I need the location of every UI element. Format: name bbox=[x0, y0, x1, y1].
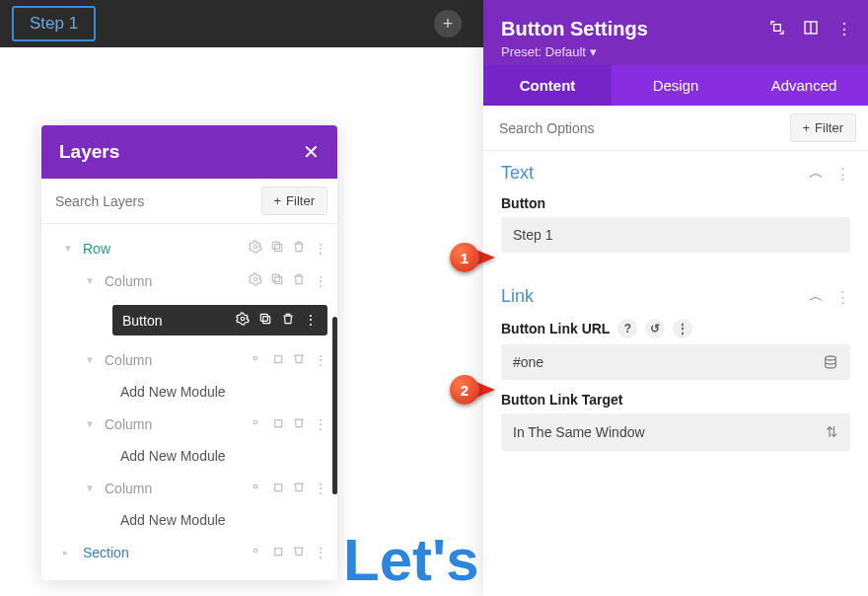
section-title: Text bbox=[501, 163, 534, 184]
filter-label: Filter bbox=[286, 193, 315, 208]
gear-icon[interactable] bbox=[249, 351, 262, 368]
layers-search-input[interactable] bbox=[51, 187, 261, 215]
duplicate-icon[interactable] bbox=[270, 415, 284, 432]
more-icon[interactable]: ⋮ bbox=[314, 352, 327, 368]
settings-title: Button Settings bbox=[501, 18, 648, 40]
gear-icon[interactable] bbox=[249, 415, 262, 432]
svg-rect-1 bbox=[275, 245, 282, 252]
layer-label: Column bbox=[105, 416, 243, 432]
chevron-down-icon[interactable]: ▼ bbox=[85, 275, 99, 286]
more-icon[interactable]: ⋮ bbox=[314, 273, 327, 289]
dynamic-content-icon[interactable] bbox=[823, 354, 838, 370]
annotation-marker-1: 1 bbox=[450, 241, 499, 274]
more-icon[interactable]: ⋮ bbox=[314, 416, 327, 432]
help-icon[interactable]: ? bbox=[617, 319, 637, 338]
chevron-down-icon[interactable]: ▼ bbox=[63, 243, 77, 254]
more-icon[interactable]: ⋮ bbox=[304, 312, 318, 329]
more-icon[interactable]: ⋮ bbox=[314, 481, 327, 496]
chevron-down-icon[interactable]: ▼ bbox=[85, 418, 99, 429]
trash-icon[interactable] bbox=[292, 480, 306, 496]
svg-point-0 bbox=[253, 245, 257, 249]
more-icon[interactable]: ⋮ bbox=[314, 241, 327, 257]
svg-rect-17 bbox=[774, 25, 781, 32]
gear-icon[interactable] bbox=[249, 272, 262, 289]
tab-content[interactable]: Content bbox=[483, 65, 612, 106]
button-text-input[interactable]: Step 1 bbox=[501, 217, 850, 253]
duplicate-icon[interactable] bbox=[258, 312, 272, 329]
plus-icon: + bbox=[803, 120, 811, 135]
more-icon[interactable]: ⋮ bbox=[836, 20, 852, 38]
layer-row-column[interactable]: ▼ Column ⋮ bbox=[41, 343, 337, 376]
link-target-select[interactable]: In The Same Window ⇅ bbox=[501, 413, 850, 451]
settings-header: Button Settings ⋮ Preset: Default ▾ bbox=[483, 0, 868, 65]
svg-point-6 bbox=[241, 317, 245, 321]
trash-icon[interactable] bbox=[292, 272, 306, 289]
layer-row-row[interactable]: ▼ Row ⋮ bbox=[41, 232, 337, 264]
row-actions: ⋮ bbox=[249, 240, 327, 257]
settings-search-bar: + Filter bbox=[483, 106, 868, 151]
layout-icon[interactable] bbox=[803, 20, 819, 38]
link-url-input[interactable]: #one bbox=[501, 344, 850, 380]
add-module-row[interactable]: Add New Module bbox=[41, 504, 337, 536]
trash-icon[interactable] bbox=[292, 544, 306, 560]
svg-rect-14 bbox=[275, 484, 282, 491]
expand-icon[interactable] bbox=[769, 20, 785, 38]
svg-point-15 bbox=[253, 549, 257, 553]
duplicate-icon[interactable] bbox=[270, 480, 284, 496]
more-icon[interactable]: ⋮ bbox=[673, 319, 692, 338]
svg-point-20 bbox=[826, 356, 836, 360]
duplicate-icon[interactable] bbox=[270, 240, 284, 257]
chevron-down-icon[interactable]: ▼ bbox=[85, 354, 99, 365]
trash-icon[interactable] bbox=[292, 351, 306, 368]
svg-point-3 bbox=[253, 277, 257, 281]
duplicate-icon[interactable] bbox=[270, 351, 284, 368]
svg-point-9 bbox=[253, 356, 257, 360]
more-icon[interactable]: ⋮ bbox=[314, 545, 327, 560]
chevron-right-icon[interactable]: ▸ bbox=[63, 547, 77, 558]
tab-design[interactable]: Design bbox=[612, 65, 740, 106]
layer-row-button[interactable]: Button ⋮ bbox=[41, 297, 337, 343]
section-link-head[interactable]: Link ︿⋮ bbox=[483, 274, 868, 311]
preset-label[interactable]: Preset: Default ▾ bbox=[501, 44, 852, 59]
settings-search-input[interactable] bbox=[495, 114, 790, 142]
gear-icon[interactable] bbox=[236, 312, 250, 329]
trash-icon[interactable] bbox=[292, 415, 306, 432]
more-icon[interactable]: ⋮ bbox=[835, 165, 850, 183]
duplicate-icon[interactable] bbox=[270, 272, 284, 289]
add-module-row[interactable]: Add New Module bbox=[41, 376, 337, 408]
layer-label: Column bbox=[105, 352, 243, 368]
duplicate-icon[interactable] bbox=[270, 544, 284, 560]
settings-filter-button[interactable]: + Filter bbox=[790, 113, 856, 142]
reset-icon[interactable]: ↺ bbox=[645, 319, 665, 338]
section-text-head[interactable]: Text ︿⋮ bbox=[483, 151, 868, 187]
chevron-up-icon[interactable]: ︿ bbox=[809, 164, 824, 183]
trash-icon[interactable] bbox=[292, 240, 306, 257]
field-label: Button Link URL ? ↺ ⋮ bbox=[501, 319, 850, 338]
svg-rect-16 bbox=[275, 549, 282, 556]
tab-advanced[interactable]: Advanced bbox=[740, 65, 868, 106]
layer-row-column[interactable]: ▼ Column ⋮ bbox=[41, 408, 337, 440]
layer-row-column[interactable]: ▼ Column ⋮ bbox=[41, 472, 337, 504]
plus-icon: + bbox=[274, 193, 282, 208]
add-section-button[interactable]: + bbox=[434, 10, 462, 37]
field-link-url: Button Link URL ? ↺ ⋮ #one bbox=[483, 311, 868, 384]
chevron-down-icon[interactable]: ▼ bbox=[85, 483, 99, 493]
chevron-up-icon[interactable]: ︿ bbox=[809, 287, 824, 306]
layer-row-column[interactable]: ▼ Column ⋮ bbox=[41, 264, 337, 297]
add-module-row[interactable]: Add New Module bbox=[41, 440, 337, 472]
page-heading-partial: Let's bbox=[343, 526, 479, 594]
layer-label: Button bbox=[122, 313, 226, 329]
layer-row-section[interactable]: ▸ Section ⋮ bbox=[41, 536, 337, 568]
breadcrumb-step[interactable]: Step 1 bbox=[12, 6, 96, 41]
trash-icon[interactable] bbox=[281, 312, 295, 329]
layers-filter-button[interactable]: + Filter bbox=[261, 186, 327, 215]
gear-icon[interactable] bbox=[249, 240, 262, 257]
svg-rect-5 bbox=[272, 274, 279, 281]
gear-icon[interactable] bbox=[249, 480, 262, 496]
field-label: Button Link Target bbox=[501, 392, 850, 408]
gear-icon[interactable] bbox=[249, 544, 262, 560]
more-icon[interactable]: ⋮ bbox=[835, 288, 850, 306]
field-link-target: Button Link Target In The Same Window ⇅ bbox=[483, 384, 868, 455]
close-icon[interactable]: ✕ bbox=[303, 140, 320, 164]
svg-rect-7 bbox=[263, 317, 270, 324]
